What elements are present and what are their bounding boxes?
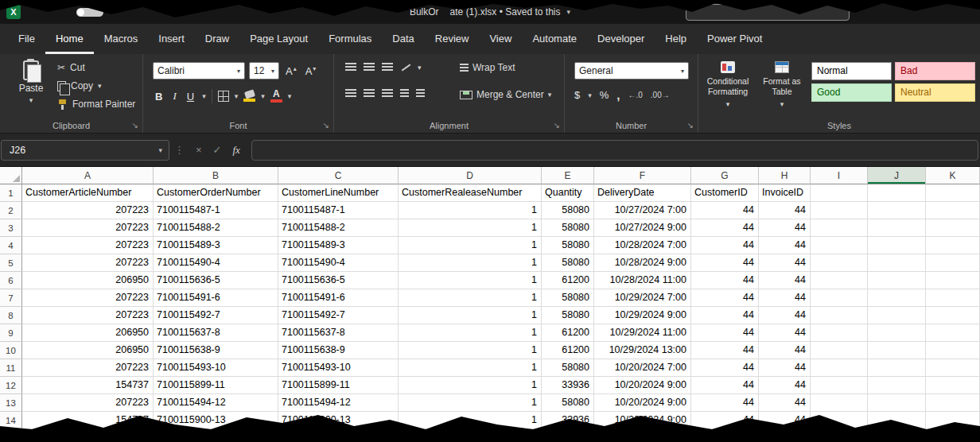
cell-I6[interactable]	[811, 272, 868, 289]
cell-G7[interactable]: 44	[691, 289, 759, 307]
tab-draw[interactable]: Draw	[195, 24, 239, 54]
cell-E13[interactable]: 58080	[542, 394, 594, 412]
cell-I11[interactable]	[811, 359, 868, 377]
row-header-11[interactable]: 11	[0, 359, 22, 377]
cell-D8[interactable]: 1	[399, 307, 542, 324]
style-normal[interactable]: Normal	[811, 62, 892, 80]
cell-G2[interactable]: 44	[691, 202, 759, 219]
cell-F12[interactable]: 10/20/2024 9:00	[594, 377, 691, 394]
cell-H10[interactable]: 44	[759, 342, 811, 359]
font-dialog-launcher-icon[interactable]: ↘	[323, 122, 329, 130]
row-header-5[interactable]: 5	[0, 254, 22, 272]
shrink-font-button[interactable]: A ▾	[303, 65, 319, 77]
cell-C4[interactable]: 7100115489-3	[278, 237, 399, 254]
cell-G11[interactable]: 44	[691, 359, 759, 377]
cell-B12[interactable]: 7100115899-11	[154, 377, 278, 394]
cell-C1[interactable]: CustomerLineNumber	[278, 184, 399, 202]
cell-C7[interactable]: 7100115491-6	[278, 289, 399, 307]
cell-F6[interactable]: 10/28/2024 11:00	[594, 272, 691, 289]
cell-F7[interactable]: 10/29/2024 7:00	[594, 289, 691, 307]
cell-K7[interactable]	[926, 289, 980, 307]
cell-J4[interactable]	[868, 237, 926, 254]
decrease-indent-button[interactable]	[400, 89, 409, 98]
cell-J5[interactable]	[868, 254, 926, 272]
cell-F2[interactable]: 10/27/2024 7:00	[594, 202, 691, 219]
search-box[interactable]	[686, 4, 850, 21]
cell-K2[interactable]	[926, 202, 980, 219]
font-size-select[interactable]: 12 ▾	[249, 62, 279, 79]
cell-A7[interactable]: 207223	[22, 289, 154, 307]
cell-I4[interactable]	[811, 237, 868, 254]
drag-handle-icon[interactable]: ⋮	[169, 144, 189, 156]
tab-file[interactable]: File	[8, 24, 45, 54]
formula-input[interactable]	[251, 140, 978, 161]
chevron-down-icon[interactable]: ▾	[288, 92, 292, 100]
italic-button[interactable]: I	[170, 90, 178, 103]
tab-help[interactable]: Help	[655, 24, 697, 54]
cell-H5[interactable]: 44	[759, 254, 811, 272]
cell-B9[interactable]: 7100115637-8	[154, 324, 278, 342]
cell-E5[interactable]: 58080	[542, 254, 594, 272]
cell-A11[interactable]: 207223	[22, 359, 154, 377]
row-header-6[interactable]: 6	[0, 272, 22, 289]
cell-A9[interactable]: 206950	[22, 324, 154, 342]
cell-G13[interactable]: 44	[691, 394, 759, 412]
row-header-12[interactable]: 12	[0, 377, 22, 394]
wrap-text-button[interactable]: Wrap Text	[460, 62, 515, 73]
chevron-down-icon[interactable]: ▾	[418, 64, 422, 72]
cell-A5[interactable]: 207223	[22, 254, 154, 272]
borders-button[interactable]	[218, 91, 229, 102]
cell-D5[interactable]: 1	[399, 254, 542, 272]
cell-F3[interactable]: 10/27/2024 9:00	[594, 219, 691, 237]
cell-C2[interactable]: 7100115487-1	[278, 202, 399, 219]
paste-button[interactable]: Paste ▾	[10, 60, 52, 104]
tab-formulas[interactable]: Formulas	[318, 24, 382, 54]
column-header-J[interactable]: J	[868, 167, 926, 184]
cell-D1[interactable]: CustomerRealeaseNumber	[399, 184, 542, 202]
column-header-K[interactable]: K	[926, 167, 980, 184]
chevron-down-icon[interactable]: ▾	[235, 92, 239, 100]
font-name-select[interactable]: Calibri ▾	[153, 62, 245, 79]
cell-K9[interactable]	[926, 324, 980, 342]
cell-G5[interactable]: 44	[691, 254, 759, 272]
cell-B5[interactable]: 7100115490-4	[154, 254, 278, 272]
row-header-2[interactable]: 2	[0, 202, 22, 219]
row-header-1[interactable]: 1	[0, 184, 22, 202]
column-header-D[interactable]: D	[399, 167, 542, 184]
increase-decimal-button[interactable]: ←.0	[628, 91, 643, 99]
cell-C6[interactable]: 7100115636-5	[278, 272, 399, 289]
cell-G14[interactable]: 44	[691, 412, 759, 429]
bold-button[interactable]: B	[153, 91, 165, 103]
cell-F14[interactable]: 10/20/2024 9:00	[594, 412, 691, 429]
cell-G10[interactable]: 44	[691, 342, 759, 359]
cell-D14[interactable]: 1	[399, 412, 542, 429]
cell-J12[interactable]	[868, 377, 926, 394]
tab-power-pivot[interactable]: Power Pivot	[697, 24, 772, 54]
cell-A4[interactable]: 207223	[22, 237, 154, 254]
cell-E6[interactable]: 61200	[542, 272, 594, 289]
column-header-C[interactable]: C	[278, 167, 399, 184]
cell-I3[interactable]	[811, 219, 868, 237]
cell-I5[interactable]	[811, 254, 868, 272]
cell-E11[interactable]: 58080	[542, 359, 594, 377]
cell-K4[interactable]	[926, 237, 980, 254]
cell-B7[interactable]: 7100115491-6	[154, 289, 278, 307]
cell-A2[interactable]: 207223	[22, 202, 154, 219]
style-good[interactable]: Good	[811, 83, 892, 102]
cell-B10[interactable]: 7100115638-9	[154, 342, 278, 359]
cell-D10[interactable]: 1	[399, 342, 542, 359]
cell-D11[interactable]: 1	[399, 359, 542, 377]
cell-B14[interactable]: 7100115900-13	[154, 412, 278, 429]
cell-H6[interactable]: 44	[759, 272, 811, 289]
cell-D4[interactable]: 1	[399, 237, 542, 254]
tab-view[interactable]: View	[479, 24, 522, 54]
format-painter-button[interactable]: Format Painter	[57, 99, 135, 110]
cell-K5[interactable]	[926, 254, 980, 272]
cell-G12[interactable]: 44	[691, 377, 759, 394]
cell-K13[interactable]	[926, 394, 980, 412]
chevron-down-icon[interactable]: ▾	[202, 92, 206, 100]
cell-F13[interactable]: 10/20/2024 9:00	[594, 394, 691, 412]
cell-K14[interactable]	[926, 412, 980, 429]
font-color-button[interactable]: A	[270, 90, 282, 103]
chevron-down-icon[interactable]: ▾	[261, 92, 265, 100]
